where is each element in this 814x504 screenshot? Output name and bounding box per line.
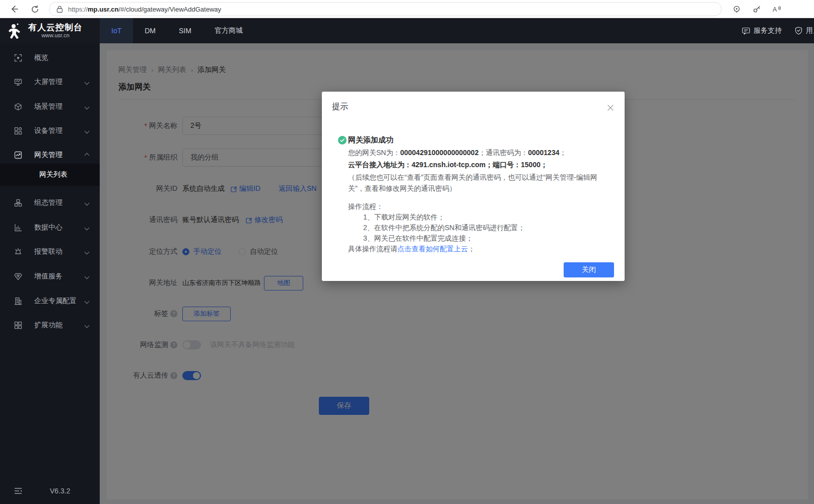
sidebar-item-label: 网关管理 — [34, 151, 62, 160]
alarm-icon — [14, 248, 22, 256]
browser-refresh-icon[interactable] — [28, 3, 41, 16]
tab-dm[interactable]: DM — [133, 18, 167, 43]
screen-icon — [14, 78, 22, 86]
dialog-title: 提示 — [332, 102, 348, 112]
sidebar-item-config-mgmt[interactable]: 组态管理 — [0, 191, 100, 214]
sidebar-subitem-gateway-list[interactable]: 网关列表 — [0, 164, 100, 186]
svg-text:A: A — [772, 6, 777, 13]
steps-title: 操作流程： — [348, 201, 609, 212]
browser-read-aloud-icon[interactable]: A — [770, 3, 783, 16]
chevron-down-icon — [85, 323, 90, 328]
cloud-address-line: 云平台接入地址为：4291.cnsh.iot-tcp.com；端口号：15000… — [348, 159, 609, 170]
password-value: 00001234 — [528, 149, 559, 157]
app-window: https://mp.usr.cn/#/cloud/gateway/ViewAd… — [0, 0, 814, 504]
url-scheme: https:// — [68, 6, 88, 13]
success-title: 网关添加成功 — [348, 135, 609, 145]
sidebar-subitem-label: 网关列表 — [39, 170, 67, 179]
sidebar-item-label: 扩展功能 — [34, 321, 62, 330]
browser-password-key-icon[interactable] — [750, 3, 763, 16]
sn-line: 您的网关SN为：00004291000000000002；通讯密码为：00001… — [348, 147, 609, 158]
sidebar-footer: V6.3.2 — [0, 482, 100, 500]
success-check-icon — [338, 136, 347, 145]
usr-person-logo-icon — [8, 23, 23, 39]
lock-icon[interactable] — [56, 6, 63, 13]
sidebar-item-label: 组态管理 — [34, 198, 62, 207]
tab-iot[interactable]: IoT — [100, 18, 133, 43]
sidebar-item-data-center[interactable]: 数据中心 — [0, 216, 100, 239]
close-icon[interactable] — [606, 104, 615, 112]
navbar-right: 服务支持 用户 — [742, 18, 814, 43]
chevron-down-icon — [85, 274, 90, 279]
product-tabs: IoT DM SIM 官方商城 — [100, 18, 254, 43]
cube-icon — [14, 103, 22, 111]
chevron-down-icon — [85, 104, 90, 109]
how-to-configure-link[interactable]: 点击查看如何配置上云 — [397, 245, 468, 253]
sidebar-item-label: 概览 — [34, 53, 48, 62]
gateway-chart-icon — [14, 151, 22, 159]
gem-shield-icon — [14, 272, 22, 280]
close-button[interactable]: 关闭 — [564, 262, 614, 277]
brand-logo[interactable]: 有人云控制台 www.usr.cn — [0, 18, 100, 43]
browser-address-bar[interactable]: https://mp.usr.cn/#/cloud/gateway/ViewAd… — [49, 2, 722, 16]
grid-icon — [14, 321, 22, 329]
version-label: V6.3.2 — [50, 487, 70, 495]
sidebar-item-label: 企业专属配置 — [34, 297, 77, 306]
device-grid-icon — [14, 127, 22, 135]
step-item: 1、下载对应网关的软件； — [348, 212, 609, 223]
sidebar-item-label: 增值服务 — [34, 272, 62, 281]
bar-chart-icon — [14, 224, 22, 232]
sidebar-item-label: 数据中心 — [34, 223, 62, 232]
logo-title: 有人云控制台 — [28, 23, 83, 32]
more-line: 具体操作流程请点击查看如何配置上云； — [348, 244, 609, 254]
service-support-item[interactable]: 服务支持 — [742, 26, 782, 35]
user-label: 用户 — [806, 26, 814, 35]
sidebar: 概览 大屏管理 场景管理 设备管理 网 — [0, 43, 100, 504]
step-item: 3、网关已在软件中配置完成连接； — [348, 233, 609, 244]
chevron-down-icon — [85, 200, 90, 205]
step-item: 2、在软件中把系统分配的SN和通讯密码进行配置； — [348, 223, 609, 233]
logo-subtitle: www.usr.cn — [28, 32, 83, 39]
sidebar-item-enterprise-config[interactable]: 企业专属配置 — [0, 290, 100, 313]
sn-value: 00004291000000000002 — [400, 149, 479, 157]
tab-sim[interactable]: SIM — [167, 18, 203, 43]
tab-shop[interactable]: 官方商城 — [203, 18, 254, 43]
chevron-down-icon — [85, 80, 90, 85]
chevron-down-icon — [85, 249, 90, 254]
url-text: https://mp.usr.cn/#/cloud/gateway/ViewAd… — [68, 6, 221, 13]
user-item[interactable]: 用户 — [795, 26, 814, 35]
sidebar-item-label: 设备管理 — [34, 126, 62, 135]
note-line: （后续您也可以在“查看”页面查看网关的通讯密码，也可以通过“网关管理-编辑网关”… — [348, 172, 609, 194]
sidebar-item-overview[interactable]: 概览 — [0, 46, 100, 69]
building-icon — [14, 297, 22, 305]
dialog-body: 网关添加成功 您的网关SN为：00004291000000000002；通讯密码… — [348, 135, 609, 254]
chevron-down-icon — [85, 225, 90, 230]
sidebar-item-label: 报警联动 — [34, 247, 62, 256]
sidebar-item-device-mgmt[interactable]: 设备管理 — [0, 119, 100, 142]
sidebar-item-scene-mgmt[interactable]: 场景管理 — [0, 95, 100, 118]
notice-dialog: 提示 网关添加成功 您的网关SN为：00004291000000000002；通… — [322, 92, 625, 281]
chat-icon — [742, 27, 750, 35]
sidebar-item-label: 场景管理 — [34, 102, 62, 111]
chevron-down-icon — [85, 299, 90, 304]
sidebar-item-extensions[interactable]: 扩展功能 — [0, 314, 100, 337]
shield-icon — [795, 27, 802, 35]
sidebar-item-alarm-linkage[interactable]: 报警联动 — [0, 240, 100, 263]
collapse-sidebar-icon[interactable] — [14, 487, 22, 494]
url-path: /#/cloud/gateway/ViewAddGateway — [118, 6, 221, 13]
overview-icon — [14, 54, 22, 62]
url-host: mp.usr.cn — [88, 6, 118, 13]
sidebar-item-value-services[interactable]: 增值服务 — [0, 265, 100, 288]
service-support-label: 服务支持 — [754, 26, 782, 35]
chevron-down-icon — [85, 128, 90, 133]
browser-toolbar: https://mp.usr.cn/#/cloud/gateway/ViewAd… — [0, 0, 814, 18]
top-navbar: 有人云控制台 www.usr.cn IoT DM SIM 官方商城 服务支持 用… — [0, 18, 814, 43]
browser-back-icon[interactable] — [8, 3, 21, 16]
browser-location-icon[interactable] — [730, 3, 743, 16]
sidebar-item-label: 大屏管理 — [34, 78, 62, 87]
blocks-icon — [14, 199, 22, 207]
chevron-up-icon — [85, 153, 90, 158]
sidebar-item-screen-mgmt[interactable]: 大屏管理 — [0, 70, 100, 94]
